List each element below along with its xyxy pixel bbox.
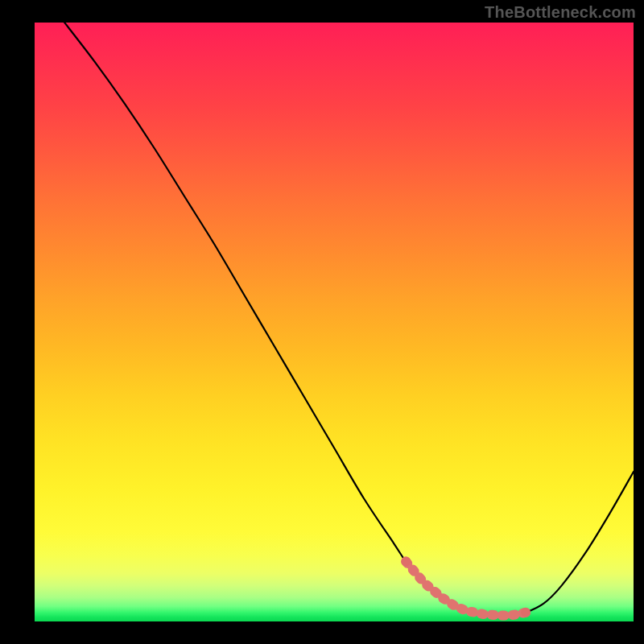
- bottleneck-curve: [64, 23, 634, 616]
- optimal-range-right-dot: [521, 608, 530, 617]
- optimal-range-marker: [406, 562, 526, 616]
- chart-container: TheBottleneck.com: [0, 0, 644, 644]
- plot-area: [35, 23, 634, 621]
- watermark-text: TheBottleneck.com: [485, 3, 636, 22]
- optimal-range-left-dot: [401, 557, 411, 567]
- curve-layer: [35, 23, 634, 621]
